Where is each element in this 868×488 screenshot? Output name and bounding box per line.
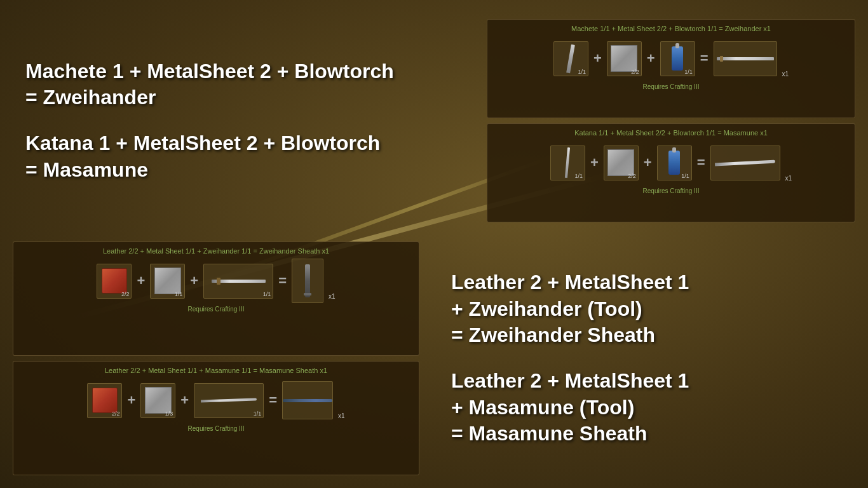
zweihander-panel-title: Machete 1/1 + Metal Sheet 2/2 + Blowtorc…	[495, 25, 847, 32]
bottom-section: Leather 2/2 + Metal Sheet 1/1 + Zweihand…	[0, 241, 868, 488]
masamune-requires: Requires Crafting III	[495, 187, 847, 194]
zweihander-sheath-result	[292, 259, 323, 303]
masamune-sheath-requires: Requires Crafting III	[21, 425, 411, 432]
content-wrapper: Machete 1 + MetalSheet 2 + Blowtorch = Z…	[0, 0, 868, 488]
masamune-tool-item: 1/1	[194, 383, 264, 418]
recipe-2-line2: = Masamune	[25, 158, 148, 181]
equals-1: =	[700, 50, 709, 67]
zweihander-tool-box: 1/1	[203, 264, 273, 299]
zweihander-sheath-row: 2/2 + 1/1 +	[21, 259, 411, 303]
blowtorch-icon-2	[668, 151, 680, 175]
plus-6: +	[190, 273, 198, 289]
metalsheet-box-1: 2/2	[607, 41, 642, 76]
katana-item: 1/1	[550, 146, 585, 180]
zweihander-sheath-count: x1	[329, 293, 336, 300]
masamune-items-row: 1/1 + 2/2 +	[495, 140, 847, 185]
masamune-tool-count: 1/1	[254, 410, 262, 417]
plus-3: +	[590, 154, 599, 171]
blowtorch-count-1: 1/1	[684, 69, 693, 75]
masamune-sheath-result	[282, 381, 333, 419]
masamune-panel-title: Katana 1/1 + Metal Sheet 2/2 + Blowtorch…	[495, 129, 847, 137]
masamune-sheath-title: Leather 2/2 + Metal Sheet 1/1 + Masamune…	[21, 367, 411, 374]
equals-2: =	[697, 154, 705, 171]
katana-box: 1/1	[550, 146, 585, 180]
recipe-3-line2: + Zweihander (Tool)	[451, 297, 642, 320]
top-right-panels: Machete 1/1 + Metal Sheet 2/2 + Blowtorc…	[487, 13, 855, 229]
katana-icon	[565, 147, 570, 178]
zweihander-tool-item: 1/1	[203, 264, 273, 299]
masamune-sheath-result-box	[282, 381, 333, 419]
top-section: Machete 1 + MetalSheet 2 + Blowtorch = Z…	[0, 0, 868, 241]
recipe-1-line1: Machete 1 + MetalSheet 2 + Blowtorch	[25, 60, 394, 83]
metalsheet-item-4: 1/3	[140, 383, 175, 418]
zweihander-sheath-icon	[305, 264, 310, 297]
zweihander-result-box	[714, 41, 777, 76]
recipe-4-line1: Leather 2 + MetalSheet 1	[451, 369, 689, 392]
bottom-left-panels: Leather 2/2 + Metal Sheet 1/1 + Zweihand…	[13, 241, 419, 475]
metalsheet-item-2: 2/2	[604, 146, 639, 180]
machete-item: 1/1	[553, 41, 588, 76]
katana-count: 1/1	[574, 173, 583, 179]
masamune-sheath-panel: Leather 2/2 + Metal Sheet 1/1 + Masamune…	[13, 361, 419, 475]
zweihander-sheath-result-box	[292, 259, 323, 303]
metalsheet-count-3: 1/1	[175, 291, 183, 297]
metalsheet-box-4: 1/3	[140, 383, 175, 418]
masamune-tool-icon	[201, 398, 257, 402]
metalsheet-count-4: 1/3	[165, 410, 173, 417]
plus-5: +	[137, 273, 145, 289]
masamune-craft-panel: Katana 1/1 + Metal Sheet 2/2 + Blowtorch…	[487, 123, 855, 222]
zweihander-sheath-panel: Leather 2/2 + Metal Sheet 1/1 + Zweihand…	[13, 241, 419, 356]
metalsheet-count-1: 2/2	[631, 69, 639, 75]
plus-2: +	[647, 50, 655, 67]
masamune-tool-box: 1/1	[194, 383, 264, 418]
zweihander-tool-count: 1/1	[263, 291, 271, 297]
recipe-4-line2: + Masamune (Tool)	[451, 396, 634, 419]
machete-count: 1/1	[578, 69, 586, 75]
masamune-result-box	[710, 146, 780, 180]
recipe-2-line1: Katana 1 + MetalSheet 2 + Blowtorch	[25, 132, 380, 154]
machete-icon	[567, 44, 576, 72]
zweihander-requires: Requires Crafting III	[495, 83, 847, 90]
bottom-right-recipes: Leather 2 + MetalSheet 1 + Zweihander (T…	[432, 241, 855, 475]
equals-3: =	[278, 273, 287, 289]
metalsheet-box-2: 2/2	[604, 146, 639, 180]
recipe-3-text: Leather 2 + MetalSheet 1 + Zweihander (T…	[451, 269, 836, 349]
blowtorch-item-2: 1/1	[657, 146, 692, 180]
masamune-sheath-row: 2/2 + 1/3 +	[21, 378, 411, 423]
recipe-4-line3: = Masamune Sheath	[451, 422, 648, 445]
leather-count-2: 2/2	[112, 410, 120, 417]
top-left-recipes: Machete 1 + MetalSheet 2 + Blowtorch = Z…	[13, 13, 474, 229]
metalsheet-item-3: 1/1	[150, 264, 185, 299]
masamune-sheath-icon	[283, 399, 332, 402]
zweihander-tool-icon	[212, 280, 266, 283]
masamune-result-count: x1	[785, 175, 792, 182]
blowtorch-box-2: 1/1	[657, 146, 692, 180]
leather-count-1: 2/2	[121, 291, 130, 297]
recipe-3-line1: Leather 2 + MetalSheet 1	[451, 271, 689, 294]
leather-item-1: 2/2	[97, 264, 132, 299]
recipe-1-line2: = Zweihander	[25, 86, 156, 109]
plus-7: +	[127, 392, 135, 409]
leather-box-2: 2/2	[87, 383, 122, 418]
plus-8: +	[180, 392, 189, 409]
recipe-4-text: Leather 2 + MetalSheet 1 + Masamune (Too…	[451, 368, 836, 447]
blowtorch-count-2: 1/1	[681, 173, 689, 179]
leather-item-2: 2/2	[87, 383, 122, 418]
machete-box: 1/1	[553, 41, 588, 76]
leather-icon-2	[92, 388, 118, 413]
leather-icon-1	[102, 268, 127, 294]
zweihander-result-count: x1	[782, 71, 789, 78]
metalsheet-box-3: 1/1	[150, 264, 185, 299]
blowtorch-item-1: 1/1	[660, 41, 695, 76]
metalsheet-count-2: 2/2	[628, 173, 636, 179]
zweihander-sheath-requires: Requires Crafting III	[21, 306, 411, 313]
plus-1: +	[593, 50, 602, 67]
blowtorch-icon-1	[672, 46, 683, 71]
blowtorch-box-1: 1/1	[660, 41, 695, 76]
recipe-3-line3: = Zweihander Sheath	[451, 323, 655, 346]
zweihander-craft-panel: Machete 1/1 + Metal Sheet 2/2 + Blowtorc…	[487, 19, 855, 118]
metalsheet-item-1: 2/2	[607, 41, 642, 76]
masamune-sheath-count: x1	[338, 412, 345, 419]
zweihander-sheath-title: Leather 2/2 + Metal Sheet 1/1 + Zweihand…	[21, 247, 411, 255]
masamune-icon	[715, 159, 775, 166]
